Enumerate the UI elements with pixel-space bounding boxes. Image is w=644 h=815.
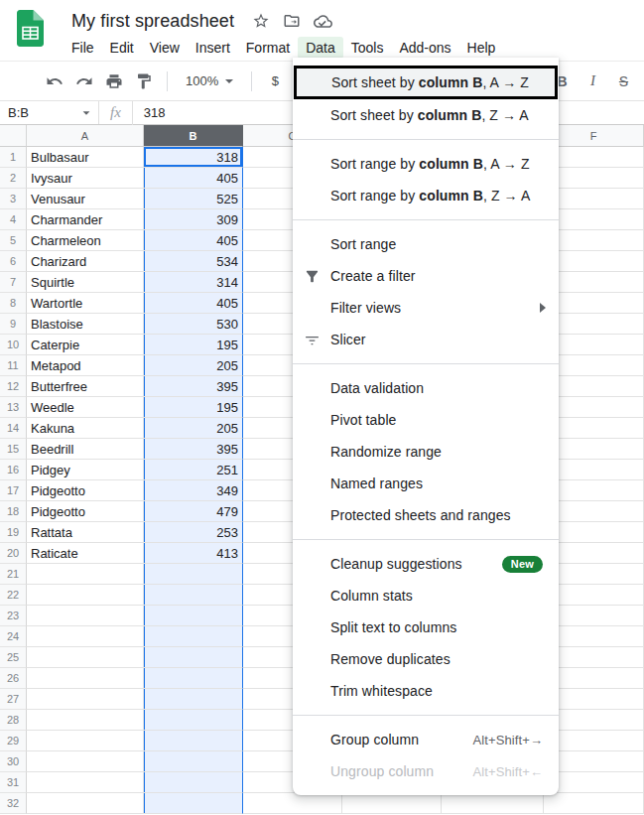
cell-F19[interactable] [544,522,644,543]
cell-E32[interactable] [442,793,544,814]
cell-B1[interactable]: 318 [144,147,243,168]
zoom-select[interactable]: 100% [176,73,243,88]
menu-view[interactable]: View [142,37,188,59]
cell-F7[interactable] [544,272,644,293]
row-header-7[interactable]: 7 [0,272,27,293]
cell-A13[interactable]: Weedle [27,397,144,418]
cell-F12[interactable] [544,376,644,397]
menu-tools[interactable]: Tools [343,37,392,59]
row-header-15[interactable]: 15 [0,439,27,460]
cell-A12[interactable]: Butterfree [27,376,144,397]
italic-button[interactable]: I [579,68,607,94]
menu-item-data-validation[interactable]: Data validation [293,372,559,404]
menu-item-slicer[interactable]: Slicer [293,324,559,355]
cell-A5[interactable]: Charmeleon [27,230,144,251]
menu-item-filter-views[interactable]: Filter views [293,292,559,324]
menu-item-create-a-filter[interactable]: Create a filter [293,260,559,292]
cell-F27[interactable] [544,689,644,710]
cloud-saved-icon[interactable] [314,12,332,31]
row-header-19[interactable]: 19 [0,522,27,543]
cell-F11[interactable] [544,355,644,376]
redo-button[interactable] [69,68,99,94]
cell-B8[interactable]: 405 [144,293,243,314]
cell-A8[interactable]: Wartortle [27,293,144,314]
row-header-10[interactable]: 10 [0,335,27,355]
cell-A3[interactable]: Venusaur [27,189,144,209]
cell-B23[interactable] [144,606,243,626]
row-header-9[interactable]: 9 [0,314,27,335]
cell-A29[interactable] [27,731,144,751]
row-header-18[interactable]: 18 [0,501,27,522]
menu-item-sort-sheet-a-z[interactable]: Sort sheet by column B, A → Z [294,66,558,99]
row-header-5[interactable]: 5 [0,230,27,251]
cell-B31[interactable] [144,772,243,793]
cell-F14[interactable] [544,418,644,439]
column-header-B[interactable]: B [144,125,243,147]
cell-F17[interactable] [544,480,644,501]
row-header-32[interactable]: 32 [0,793,27,814]
sheets-logo[interactable] [17,10,44,61]
cell-F16[interactable] [544,460,644,480]
cell-B30[interactable] [144,751,243,772]
cell-B20[interactable]: 413 [144,543,243,564]
menu-item-randomize-range[interactable]: Randomize range [293,436,559,468]
cell-A24[interactable] [27,626,144,647]
cell-A14[interactable]: Kakuna [27,418,144,439]
paint-format-button[interactable] [129,68,159,94]
cell-B22[interactable] [144,585,243,606]
column-header-A[interactable]: A [27,125,144,147]
row-header-17[interactable]: 17 [0,480,27,501]
cell-A16[interactable]: Pidgey [27,460,144,480]
cell-B11[interactable]: 205 [144,355,243,376]
row-header-14[interactable]: 14 [0,418,27,439]
row-header-28[interactable]: 28 [0,710,27,731]
menu-edit[interactable]: Edit [102,37,142,59]
cell-A15[interactable]: Beedrill [27,439,144,460]
menu-item-sort-range-a-z[interactable]: Sort range by column B, A → Z [293,148,559,180]
cell-B13[interactable]: 195 [144,397,243,418]
menu-item-named-ranges[interactable]: Named ranges [293,468,559,499]
cell-F3[interactable] [544,189,644,209]
cell-A10[interactable]: Caterpie [27,335,144,355]
row-header-21[interactable]: 21 [0,564,27,585]
cell-B16[interactable]: 251 [144,460,243,480]
cell-B7[interactable]: 314 [144,272,243,293]
row-header-16[interactable]: 16 [0,460,27,480]
cell-F29[interactable] [544,731,644,751]
undo-button[interactable] [40,68,69,94]
cell-A7[interactable]: Squirtle [27,272,144,293]
cell-F23[interactable] [544,606,644,626]
cell-F5[interactable] [544,230,644,251]
menu-item-trim-whitespace[interactable]: Trim whitespace [293,675,559,707]
menu-addons[interactable]: Add-ons [391,37,458,59]
cell-B18[interactable]: 479 [144,501,243,522]
row-header-8[interactable]: 8 [0,293,27,314]
column-header-F[interactable]: F [544,125,644,147]
cell-B9[interactable]: 530 [144,314,243,335]
row-header-26[interactable]: 26 [0,668,27,689]
print-button[interactable] [99,68,129,94]
menu-help[interactable]: Help [459,37,504,59]
cell-F8[interactable] [544,293,644,314]
strikethrough-button[interactable]: S [609,68,638,94]
row-header-4[interactable]: 4 [0,209,27,230]
cell-A20[interactable]: Raticate [27,543,144,564]
cell-F24[interactable] [544,626,644,647]
cell-A25[interactable] [27,647,144,668]
row-header-25[interactable]: 25 [0,647,27,668]
document-title[interactable]: My first spreadsheet [71,11,234,32]
cell-F13[interactable] [544,397,644,418]
cell-A28[interactable] [27,710,144,731]
cell-F30[interactable] [544,751,644,772]
cell-B2[interactable]: 405 [144,168,243,189]
menu-data[interactable]: Data [298,37,343,59]
row-header-20[interactable]: 20 [0,543,27,564]
cell-F10[interactable] [544,335,644,355]
cell-B32[interactable] [144,793,243,814]
cell-A31[interactable] [27,772,144,793]
menu-item-sort-sheet-z-a[interactable]: Sort sheet by column B, Z → A [293,99,559,131]
menu-item-cleanup-suggestions[interactable]: Cleanup suggestions New [293,548,559,580]
row-header-31[interactable]: 31 [0,772,27,793]
cell-B29[interactable] [144,731,243,751]
row-header-1[interactable]: 1 [0,147,27,168]
